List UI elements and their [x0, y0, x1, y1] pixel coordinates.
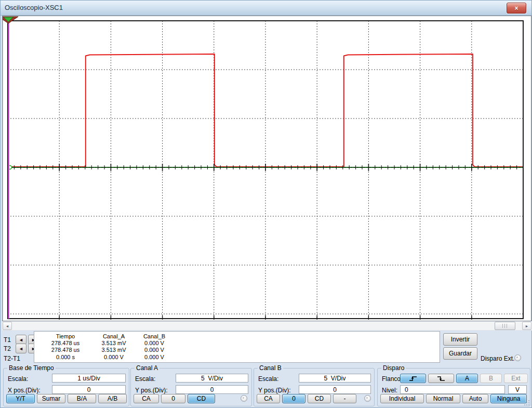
falling-edge-button[interactable] [428, 374, 454, 383]
trigger-ext-button[interactable]: Ext [504, 374, 528, 383]
timebase-xpos-label: X pos.(Div): [8, 387, 41, 394]
readout-header-row: Tiempo Canal_A Canal_B [37, 333, 175, 339]
horizontal-scrollbar[interactable]: ◄ ► [2, 321, 532, 331]
timebase-xpos-input[interactable] [52, 385, 126, 394]
trigger-legend: Disparo [381, 364, 406, 372]
channel-a-legend: Canal A [135, 364, 159, 372]
scrollbar-grip-icon [502, 324, 508, 328]
channel-b-minus-button[interactable]: - [333, 394, 356, 403]
cursor-controls: T1 ◄ ► T2 ◄ ► T2-T1 [4, 332, 34, 362]
scope-display [2, 16, 531, 321]
scroll-right-button[interactable]: ► [522, 322, 531, 330]
delta-channel-b: 0.000 V [134, 354, 175, 360]
channel-b-zero-button[interactable]: 0 [282, 394, 305, 403]
trigger-level-label: Nivel: [382, 387, 397, 394]
trigger-level-input[interactable] [400, 385, 505, 394]
trigger-b-button[interactable]: B [480, 374, 502, 383]
falling-edge-icon [437, 376, 445, 381]
titlebar[interactable]: Osciloscopio-XSC1 × [1, 1, 531, 16]
timebase-ab-button[interactable]: A/B [98, 394, 127, 403]
rising-edge-icon [409, 376, 417, 381]
invert-button[interactable]: Invertir [443, 333, 477, 346]
trigger-a-button[interactable]: A [456, 374, 478, 383]
scroll-left-button[interactable]: ◄ [3, 322, 12, 330]
channel-a-ca-button[interactable]: CA [134, 394, 159, 403]
measurement-panel: T1 ◄ ► T2 ◄ ► T2-T1 Tiempo Canal_A Canal… [1, 330, 532, 363]
t2-time: 278.478 us [37, 347, 94, 353]
timebase-scale-label: Escala: [8, 375, 28, 383]
oscilloscope-window: Osciloscopio-XSC1 × ◄ ► T1 ◄ ► T2 [0, 0, 532, 408]
trigger-group: Disparo Flanco: A B Ext [377, 368, 530, 406]
header-canal-a: Canal_A [94, 333, 134, 339]
readout-row-t2: 278.478 us 3.513 mV 0.000 V [37, 347, 175, 353]
trigger-edge-label: Flanco: [382, 375, 402, 383]
channel-b-ypos-input[interactable] [299, 385, 371, 394]
scroll-right-icon: ► [525, 324, 529, 328]
resize-grip[interactable] [523, 399, 529, 405]
trigger-auto-button[interactable]: Auto [462, 394, 488, 403]
window-title: Osciloscopio-XSC1 [5, 4, 63, 11]
close-button[interactable]: × [507, 3, 526, 14]
channel-b-ca-button[interactable]: CA [257, 394, 280, 403]
delta-time: 0.000 s [37, 354, 94, 360]
trigger-mode-buttons: Individual Normal Auto Ninguna [380, 394, 527, 403]
trigger-none-button[interactable]: Ninguna [490, 394, 527, 403]
scrollbar-thumb[interactable] [495, 322, 515, 330]
channel-a-coupling-buttons: CA 0 CD [134, 394, 215, 403]
ext-trigger-label: Disparo Ext. [481, 355, 514, 362]
t2-move-left-button[interactable]: ◄ [16, 344, 26, 353]
channel-a-ypos-input[interactable] [176, 385, 248, 394]
channel-b-legend: Canal B [258, 364, 283, 372]
trigger-normal-button[interactable]: Normal [426, 394, 460, 403]
measurement-readout: Tiempo Canal_A Canal_B 278.478 us 3.513 … [34, 331, 440, 363]
waveform-plot [3, 16, 530, 320]
channel-b-coupling-buttons: CA 0 CD - [257, 394, 356, 403]
t1-channel-b: 0.000 V [134, 340, 175, 346]
channel-b-scale-label: Escala: [258, 375, 278, 383]
t1-channel-a: 3.513 mV [94, 340, 134, 346]
channel-a-group: Canal A Escala: Y pos.(Div): CA 0 CD [130, 368, 252, 406]
trigger-level-unit: V [508, 385, 527, 394]
rising-edge-button[interactable] [400, 374, 426, 383]
channel-b-scale-input[interactable] [299, 374, 371, 383]
t2-label: T2 [4, 345, 14, 352]
channel-a-zero-button[interactable]: 0 [161, 394, 185, 403]
readout-row-t1: 278.478 us 3.513 mV 0.000 V [37, 340, 175, 346]
channel-b-ypos-label: Y pos.(Div): [258, 387, 290, 394]
save-button[interactable]: Guardar [443, 347, 477, 360]
delta-channel-a: 0.000 V [94, 354, 134, 360]
scroll-left-icon: ◄ [6, 324, 9, 328]
left-arrow-icon: ◄ [19, 337, 23, 343]
left-arrow-icon: ◄ [19, 346, 23, 351]
channel-b-indicator[interactable] [364, 395, 371, 402]
timebase-sumar-button[interactable]: Sumar [37, 394, 65, 403]
timebase-legend: Base de Tiempo [7, 364, 56, 372]
channel-a-scale-label: Escala: [135, 375, 155, 383]
timebase-scale-input[interactable] [52, 374, 126, 383]
t2-channel-a: 3.513 mV [94, 347, 134, 353]
timebase-ba-button[interactable]: B/A [68, 394, 96, 403]
t2-t1-label: T2-T1 [4, 355, 20, 362]
trigger-single-button[interactable]: Individual [380, 394, 424, 403]
channel-b-cd-button[interactable]: CD [308, 394, 331, 403]
trigger-edge-buttons: A B Ext [400, 374, 528, 383]
timebase-group: Base de Tiempo Escala: X pos.(Div): Y/T … [3, 368, 129, 406]
channel-a-indicator[interactable] [241, 395, 247, 402]
channel-a-cd-button[interactable]: CD [188, 394, 215, 403]
cursor-delta-row: T2-T1 [4, 354, 20, 363]
t1-label: T1 [4, 336, 14, 344]
channel-b-group: Canal B Escala: Y pos.(Div): CA 0 CD - [254, 368, 375, 406]
close-icon: × [514, 5, 518, 12]
timebase-yt-button[interactable]: Y/T [6, 394, 35, 403]
header-canal-b: Canal_B [134, 333, 175, 339]
channel-a-scale-input[interactable] [176, 374, 248, 383]
ext-trigger-indicator[interactable] [514, 354, 521, 361]
t1-time: 278.478 us [37, 340, 94, 346]
header-tiempo: Tiempo [37, 333, 94, 339]
control-panel: Base de Tiempo Escala: X pos.(Div): Y/T … [1, 364, 532, 407]
readout-row-delta: 0.000 s 0.000 V 0.000 V [37, 354, 175, 360]
timebase-mode-buttons: Y/T Sumar B/A A/B [6, 394, 127, 403]
channel-a-ypos-label: Y pos.(Div): [135, 387, 167, 394]
t2-channel-b: 0.000 V [134, 347, 175, 353]
